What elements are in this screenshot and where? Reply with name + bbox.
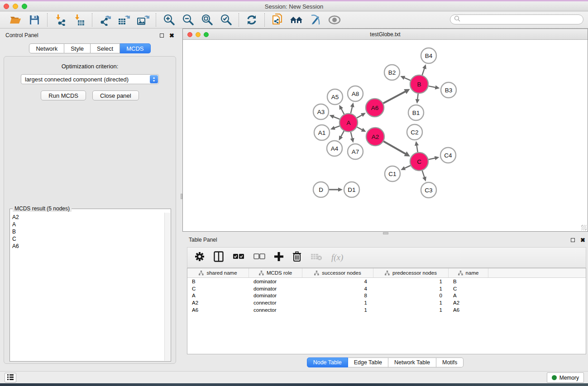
zoom-out-button[interactable] [180, 13, 196, 27]
eye-button[interactable] [326, 13, 343, 27]
table-cell[interactable]: 4 [302, 286, 373, 291]
table-cell[interactable]: dominator [249, 279, 302, 284]
delete-row-button[interactable] [292, 251, 301, 264]
column-header-MCDS-role[interactable]: MCDS role [249, 268, 302, 277]
graph-edge[interactable] [422, 68, 425, 76]
graph-edge[interactable] [334, 126, 339, 128]
table-cell[interactable]: dominator [249, 286, 302, 291]
tab-network-table[interactable]: Network Table [388, 357, 436, 367]
close-table-panel-icon[interactable]: ✖ [580, 237, 585, 243]
table-cell[interactable]: 4 [302, 279, 373, 284]
table-row[interactable]: Bdominator41B [187, 278, 586, 285]
run-mcds-button[interactable]: Run MCDS [41, 91, 86, 100]
table-cell[interactable]: A [449, 293, 488, 298]
import-table-button[interactable] [71, 13, 87, 27]
graph-edge[interactable] [340, 131, 344, 137]
table-cell[interactable]: A [187, 293, 249, 298]
table-cell[interactable]: C [449, 286, 488, 291]
table-row[interactable]: A2connector11A2 [187, 299, 586, 306]
graph-edge[interactable] [404, 77, 411, 81]
select-all-button[interactable] [233, 253, 244, 262]
network-window-titlebar[interactable]: testGlobe.txt [183, 29, 588, 40]
float-table-panel-icon[interactable] [571, 238, 575, 242]
mcds-result-item[interactable]: A6 [12, 243, 162, 250]
graph-edge[interactable] [333, 116, 339, 119]
export-network-button[interactable] [97, 13, 113, 27]
table-cell[interactable]: B [187, 279, 249, 284]
show-column-button[interactable] [214, 251, 224, 264]
table-cell[interactable]: 1 [302, 307, 373, 313]
table-cell[interactable]: 1 [373, 279, 449, 284]
column-header-shared-name[interactable]: shared name [187, 268, 249, 277]
deselect-all-button[interactable] [253, 253, 265, 262]
tab-node-table[interactable]: Node Table [307, 357, 348, 367]
table-row[interactable]: Adominator80A [187, 292, 586, 300]
table-cell[interactable]: B [449, 279, 488, 284]
table-row[interactable]: A6connector11A6 [187, 306, 586, 314]
table-cell[interactable]: 8 [302, 293, 373, 298]
export-table-button[interactable] [116, 13, 132, 27]
new-network-from-selection-button[interactable] [269, 13, 286, 27]
search-input[interactable] [450, 14, 583, 24]
column-header-predecessor-nodes[interactable]: predecessor nodes [373, 268, 449, 277]
graph-edge[interactable] [383, 91, 406, 103]
graph-edge[interactable] [357, 127, 363, 130]
tab-motifs[interactable]: Motifs [436, 357, 464, 367]
close-panel-button[interactable]: Close panel [92, 91, 139, 100]
import-network-button[interactable] [52, 13, 68, 27]
graph-edge[interactable] [417, 94, 418, 100]
table-cell[interactable]: 1 [373, 307, 449, 313]
create-column-button[interactable] [274, 252, 283, 263]
graph-edge[interactable] [351, 132, 353, 139]
table-cell[interactable]: 1 [302, 300, 373, 305]
graph-edge[interactable] [429, 86, 436, 87]
graph-edge[interactable] [422, 171, 425, 178]
optimization-criterion-select[interactable]: largest connected component (directed) ▲… [21, 74, 159, 84]
mcds-result-item[interactable]: A [12, 221, 162, 228]
table-cell[interactable]: connector [249, 307, 302, 313]
table-cell[interactable]: A6 [449, 307, 488, 313]
home-button[interactable] [288, 13, 305, 27]
hide-labels-button[interactable] [307, 13, 324, 27]
table-cell[interactable]: connector [249, 300, 302, 305]
table-cell[interactable]: A2 [187, 300, 249, 305]
refresh-layout-button[interactable] [244, 13, 260, 27]
mcds-result-item[interactable]: B [12, 228, 162, 235]
tab-edge-table[interactable]: Edge Table [348, 357, 388, 367]
graph-edge[interactable] [341, 108, 344, 114]
tab-mcds[interactable]: MCDS [120, 43, 150, 53]
table-cell[interactable]: A2 [449, 300, 488, 305]
task-history-button[interactable] [5, 373, 16, 382]
column-header-name[interactable]: name [449, 268, 488, 277]
graph-edge[interactable] [429, 158, 436, 160]
export-image-button[interactable] [135, 13, 151, 27]
table-cell[interactable]: C [187, 286, 249, 291]
graph-edge[interactable] [383, 141, 406, 154]
column-header-successor-nodes[interactable]: successor nodes [302, 268, 373, 277]
mcds-result-item[interactable]: A2 [12, 214, 162, 221]
tab-select[interactable]: Select [91, 43, 120, 53]
graph-edge[interactable] [416, 145, 418, 152]
table-cell[interactable]: A6 [187, 307, 249, 313]
table-settings-button[interactable] [195, 252, 205, 263]
open-session-button[interactable] [7, 13, 24, 27]
memory-button[interactable]: Memory [547, 372, 584, 383]
horizontal-splitter-handle[interactable] [383, 232, 388, 234]
mcds-result-item[interactable]: C [12, 235, 162, 243]
zoom-selected-button[interactable] [218, 13, 234, 27]
table-cell[interactable]: 0 [373, 293, 449, 298]
tab-network[interactable]: Network [29, 43, 64, 53]
save-session-button[interactable] [26, 13, 43, 27]
graph-edge[interactable] [357, 114, 363, 118]
mcds-result-list[interactable]: A2ABCA6 [10, 213, 164, 361]
float-panel-icon[interactable] [160, 33, 164, 38]
vertical-splitter-handle[interactable] [181, 194, 182, 199]
table-cell[interactable]: 1 [373, 300, 449, 305]
result-scrollbar[interactable] [164, 213, 170, 361]
zoom-fit-button[interactable] [199, 13, 215, 27]
zoom-in-button[interactable] [161, 13, 177, 27]
graph-edge[interactable] [351, 106, 353, 113]
network-canvas[interactable]: B4B2BB3A8A5A6A3B1AC2A1A2A4A7C4CC1C3DD1 [183, 40, 588, 231]
table-cell[interactable]: 1 [373, 286, 449, 291]
tab-style[interactable]: Style [64, 43, 91, 53]
